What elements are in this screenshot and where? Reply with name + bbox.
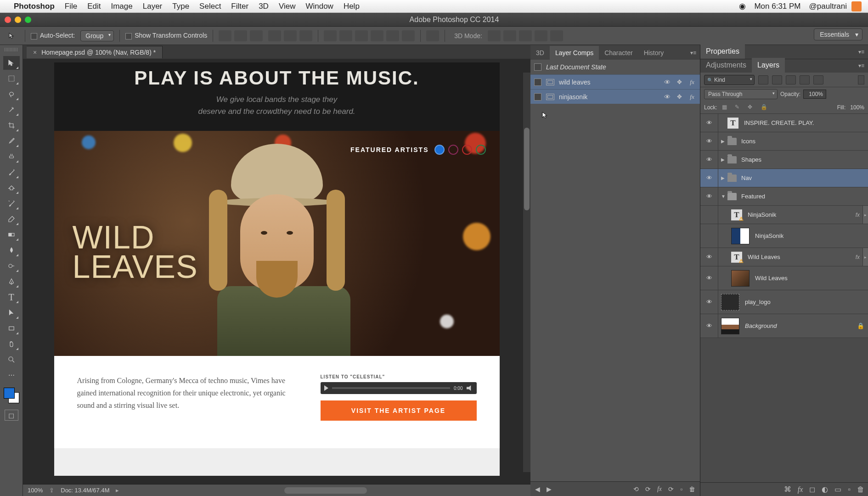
layer-row[interactable]: 👁▶Icons [700, 132, 868, 151]
distribute-vcenter-button[interactable] [339, 30, 352, 41]
layer-comp-row[interactable]: wild leaves 👁 ✥ fx [530, 74, 700, 89]
align-bottom-button[interactable] [250, 30, 263, 41]
align-vcenter-button[interactable] [234, 30, 247, 41]
layer-fx-badge[interactable]: fx [856, 254, 860, 260]
type-tool[interactable]: T [3, 290, 20, 304]
distribute-hcenter-button[interactable] [386, 30, 399, 41]
menu-select[interactable]: Select [199, 2, 221, 11]
layer-fx-expand-toggle[interactable]: ▸ [862, 206, 868, 224]
apply-comp-toggle[interactable] [534, 93, 541, 101]
current-tool-icon[interactable] [5, 30, 19, 41]
lock-transparency-icon[interactable]: ▦ [722, 104, 730, 111]
volume-icon[interactable] [467, 385, 473, 391]
distribute-bottom-button[interactable] [355, 30, 368, 41]
canvas[interactable]: PLAY IS ABOUT THE MUSIC. We give local b… [54, 62, 500, 476]
filter-adjustment-icon[interactable] [772, 75, 782, 85]
delete-comp-button[interactable]: 🗑 [689, 485, 695, 493]
play-icon[interactable] [324, 385, 328, 391]
panel-menu-icon[interactable]: ▾≡ [687, 46, 700, 60]
layer-row[interactable]: 👁TINSPIRE. CREATE. PLAY. [700, 114, 868, 132]
last-document-state-row[interactable]: Last Document State [530, 60, 700, 74]
horizontal-scrollbar[interactable] [125, 487, 526, 494]
layer-name[interactable]: NinjaSonik [754, 232, 868, 239]
adjustment-layer-button[interactable]: ◐ [822, 485, 828, 494]
move-tool[interactable] [3, 56, 20, 70]
layer-row[interactable]: 👁Background🔒 [700, 314, 868, 338]
layer-name[interactable]: Background [744, 322, 857, 329]
window-zoom-button[interactable] [25, 17, 31, 23]
fill-input[interactable]: 100% [850, 104, 864, 111]
window-close-button[interactable] [5, 17, 11, 23]
layer-visibility-toggle[interactable]: 👁 [700, 322, 718, 329]
tab-layers[interactable]: Layers [752, 58, 785, 73]
layer-name[interactable]: Shapes [740, 156, 868, 163]
3d-zoom-button[interactable] [550, 30, 563, 41]
layer-visibility-toggle[interactable]: 👁 [700, 119, 718, 126]
zoom-level[interactable]: 100% [28, 487, 43, 494]
artist-dot-4[interactable] [476, 145, 486, 155]
layer-fx-expand-toggle[interactable]: ▸ [862, 248, 868, 266]
clone-stamp-tool[interactable] [3, 181, 20, 195]
window-minimize-button[interactable] [15, 17, 21, 23]
properties-panel-menu-icon[interactable]: ▾≡ [855, 45, 868, 59]
layer-fx-badge[interactable]: fx [856, 212, 860, 218]
layer-name[interactable]: Nav [740, 175, 868, 181]
comp-visibility-icon[interactable]: 👁 [664, 93, 671, 101]
expand-icon[interactable]: ▶ [721, 175, 727, 180]
menu-type[interactable]: Type [172, 2, 189, 11]
menu-layer[interactable]: Layer [143, 2, 163, 11]
filter-toggle[interactable] [858, 75, 864, 85]
layer-row[interactable]: 👁▶Shapes [700, 151, 868, 169]
new-group-button[interactable]: ▭ [834, 485, 841, 494]
layer-thumbnail[interactable] [731, 270, 750, 287]
apply-comp-toggle[interactable] [534, 63, 541, 71]
foreground-color-swatch[interactable] [4, 388, 15, 399]
brush-tool[interactable] [3, 165, 20, 179]
blend-mode-dropdown[interactable]: Pass Through [704, 89, 778, 99]
marquee-tool[interactable] [3, 72, 20, 85]
align-top-button[interactable] [219, 30, 231, 41]
layer-name[interactable]: Icons [740, 138, 868, 145]
apply-comp-toggle[interactable] [534, 79, 541, 86]
layer-row[interactable]: TNinjaSonikfx▸ [700, 206, 868, 224]
layer-row[interactable]: 👁play_logo [700, 290, 868, 314]
update-visibility-button[interactable]: ⟳ [645, 485, 651, 493]
eraser-tool[interactable] [3, 212, 20, 226]
artist-dot-2[interactable] [448, 145, 458, 155]
menubar-avatar[interactable] [851, 1, 862, 11]
update-appearance-button[interactable]: fx [657, 485, 662, 493]
show-transform-checkbox[interactable]: Show Transform Controls [125, 32, 207, 39]
layer-visibility-toggle[interactable]: 👁 [700, 175, 718, 181]
auto-align-button[interactable] [426, 30, 439, 41]
align-right-button[interactable] [299, 30, 312, 41]
layer-name[interactable]: INSPIRE. CREATE. PLAY. [743, 119, 868, 126]
update-comp-button[interactable]: ⟲ [633, 485, 639, 493]
cc-status-icon[interactable]: ◉ [739, 1, 746, 11]
layer-visibility-toggle[interactable]: 👁 [700, 138, 718, 145]
auto-select-checkbox[interactable]: Auto-Select: [31, 32, 75, 39]
app-name-menu[interactable]: Photoshop [14, 2, 55, 11]
layer-row[interactable]: NinjaSonik [700, 224, 868, 248]
workspace-switcher[interactable]: Essentials [814, 28, 862, 40]
lock-all-icon[interactable]: 🔒 [761, 104, 769, 111]
panel-drag-handle[interactable] [5, 48, 18, 51]
next-comp-button[interactable]: ▶ [547, 485, 552, 493]
filter-pixel-icon[interactable] [758, 75, 768, 85]
expand-icon[interactable]: ▶ [721, 157, 727, 162]
prev-comp-button[interactable]: ◀ [535, 485, 540, 493]
path-selection-tool[interactable] [3, 306, 20, 320]
layer-mask-button[interactable]: ◻ [809, 485, 815, 494]
expand-icon[interactable]: ▶ [721, 139, 727, 144]
menu-edit[interactable]: Edit [87, 2, 101, 11]
link-layers-button[interactable]: ⌘ [784, 485, 791, 494]
new-comp-button[interactable]: ▫ [680, 485, 682, 493]
quick-mask-toggle[interactable]: ◻ [5, 410, 18, 421]
comp-position-icon[interactable]: ✥ [675, 78, 683, 86]
visit-artist-button[interactable]: VISIT THE ARTIST PAGE [321, 400, 477, 421]
audio-player[interactable]: 0:00 [321, 382, 477, 394]
menubar-username[interactable]: @paultrani [809, 2, 847, 11]
magic-wand-tool[interactable] [3, 103, 20, 117]
filter-shape-icon[interactable] [800, 75, 810, 85]
layer-name[interactable]: Wild Leaves [754, 275, 868, 282]
layer-row[interactable]: 👁Wild Leaves [700, 266, 868, 290]
